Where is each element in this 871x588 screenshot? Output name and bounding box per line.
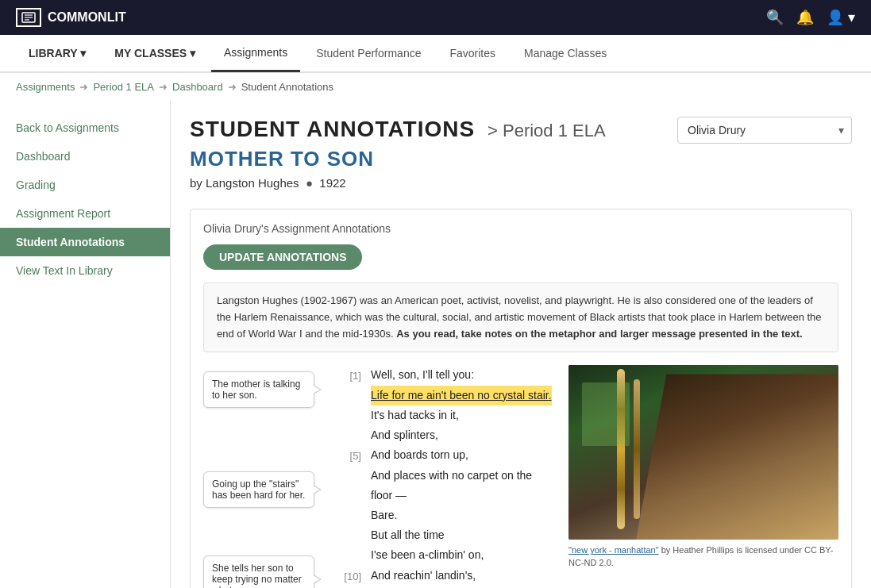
line-number xyxy=(339,525,361,545)
bubble-1-text: The mother is talking to her son. xyxy=(212,379,300,401)
line-text: Bare. xyxy=(371,505,397,525)
logo: COMMONLIT xyxy=(16,8,126,27)
poem-image-caption: "new york - manhattan" by Heather Philli… xyxy=(568,544,838,569)
line-text: And reachin' landin's, xyxy=(371,566,476,586)
breadcrumb-period[interactable]: Period 1 ELA xyxy=(93,81,154,93)
window-glow xyxy=(582,382,630,446)
line-number xyxy=(339,505,361,525)
line-text: Life for me ain't been no crystal stair. xyxy=(371,386,552,405)
bubble-2-text: Going up the "stairs" has been hard for … xyxy=(212,478,305,501)
annotation-section-header: Olivia Drury's Assignment Annotations xyxy=(203,222,838,235)
nav-my-classes[interactable]: MY CLASSES ▾ xyxy=(102,36,208,71)
search-icon[interactable]: 🔍 xyxy=(766,9,784,26)
line-number: [5] xyxy=(339,445,361,465)
line-number xyxy=(339,425,361,445)
breadcrumb: Assignments ➜ Period 1 ELA ➜ Dashboard ➜… xyxy=(0,73,871,101)
line-text: And places with no carpet on the floor — xyxy=(371,466,553,505)
bubble-2-arrow-inner xyxy=(313,486,320,494)
breadcrumb-dashboard[interactable]: Dashboard xyxy=(172,81,223,93)
poem-image xyxy=(568,365,838,540)
period-label: > Period 1 ELA xyxy=(488,121,606,140)
annotation-bubble-1: The mother is talking to her son. xyxy=(203,371,326,408)
poem-line: But all the time xyxy=(339,525,553,545)
sidebar-item-grading[interactable]: Grading xyxy=(0,171,170,199)
line-text: I'se been a-climbin' on, xyxy=(371,545,484,565)
poem-line: I'se been a-climbin' on, xyxy=(339,545,553,565)
breadcrumb-arrow-2: ➜ xyxy=(159,81,168,93)
sidebar: Back to Assignments Dashboard Grading As… xyxy=(0,101,171,588)
poem-line: And splinters, xyxy=(339,425,553,445)
sidebar-item-assignment-report[interactable]: Assignment Report xyxy=(0,199,170,228)
line-number xyxy=(339,466,361,505)
line-number xyxy=(339,545,361,565)
user-icon[interactable]: 👤 ▾ xyxy=(827,9,855,26)
staircase xyxy=(636,374,838,540)
image-caption-link[interactable]: "new york - manhattan" xyxy=(568,545,659,555)
nav-student-performance[interactable]: Student Performance xyxy=(303,36,434,71)
annotation-bubble-3: She tells her son to keep trying no matt… xyxy=(203,555,326,588)
line-number: [1] xyxy=(339,365,361,385)
poem-line: And places with no carpet on the floor — xyxy=(339,466,553,505)
page-title: STUDENT ANNOTATIONS xyxy=(190,117,475,141)
bubble-3-text: She tells her son to keep trying no matt… xyxy=(212,563,302,588)
railing-post-2 xyxy=(634,379,640,519)
poem-content: [1]Well, son, I'll tell you:Life for me … xyxy=(339,365,838,588)
line-text: And boards torn up, xyxy=(371,445,468,465)
annotation-bubbles-column: The mother is talking to her son. Going … xyxy=(203,365,326,588)
nav-manage-classes[interactable]: Manage Classes xyxy=(511,36,619,71)
line-number xyxy=(339,386,361,405)
context-bold: As you read, take notes on the metaphor … xyxy=(396,328,802,340)
author-name: by Langston Hughes xyxy=(190,176,299,190)
author-line: by Langston Hughes ● 1922 xyxy=(190,176,606,190)
nav-favorites[interactable]: Favorites xyxy=(437,36,508,71)
poem-title: MOTHER TO SON xyxy=(190,147,606,171)
breadcrumb-arrow-1: ➜ xyxy=(79,81,88,93)
logo-text: COMMONLIT xyxy=(48,10,126,25)
top-navigation: COMMONLIT 🔍 🔔 👤 ▾ xyxy=(0,0,871,35)
breadcrumb-current: Student Annotations xyxy=(241,81,333,93)
breadcrumb-assignments[interactable]: Assignments xyxy=(16,81,75,93)
sidebar-item-back[interactable]: Back to Assignments xyxy=(0,113,170,142)
line-text: It's had tacks in it, xyxy=(371,405,459,425)
update-annotations-button[interactable]: UPDATE ANNOTATIONS xyxy=(203,244,362,270)
line-text: Well, son, I'll tell you: xyxy=(371,365,474,385)
year: 1922 xyxy=(319,176,345,190)
poem-line: [5]And boards torn up, xyxy=(339,445,553,465)
second-navigation: LIBRARY ▾ MY CLASSES ▾ Assignments Stude… xyxy=(0,35,871,73)
top-nav-icons: 🔍 🔔 👤 ▾ xyxy=(766,9,855,26)
student-select[interactable]: Olivia Drury John Smith Jane Doe xyxy=(677,117,852,144)
bell-icon[interactable]: 🔔 xyxy=(796,9,814,26)
line-number: [10] xyxy=(339,566,361,586)
poem-line: Bare. xyxy=(339,505,553,525)
bubble-3-arrow-inner xyxy=(313,575,320,583)
main-content: STUDENT ANNOTATIONS > Period 1 ELA MOTHE… xyxy=(171,101,871,588)
annotation-bubble-2: Going up the "stairs" has been hard for … xyxy=(203,471,326,508)
poem-line: Life for me ain't been no crystal stair. xyxy=(339,386,553,405)
poem-line: It's had tacks in it, xyxy=(339,405,553,425)
annotation-section: Olivia Drury's Assignment Annotations UP… xyxy=(190,209,852,588)
poem-line: [1]Well, son, I'll tell you: xyxy=(339,365,553,385)
main-layout: Back to Assignments Dashboard Grading As… xyxy=(0,101,871,588)
sidebar-item-student-annotations[interactable]: Student Annotations xyxy=(0,228,170,256)
context-box: Langston Hughes (1902-1967) was an Ameri… xyxy=(203,282,838,352)
poem-image-section: "new york - manhattan" by Heather Philli… xyxy=(568,365,838,588)
nav-library[interactable]: LIBRARY ▾ xyxy=(16,36,98,71)
logo-icon xyxy=(16,8,41,27)
bubble-1-arrow-inner xyxy=(313,386,320,394)
breadcrumb-arrow-3: ➜ xyxy=(228,81,237,93)
poem-line: [10]And reachin' landin's, xyxy=(339,566,553,586)
line-number xyxy=(339,405,361,425)
line-text: And splinters, xyxy=(371,425,438,445)
line-text: But all the time xyxy=(371,525,445,545)
nav-assignments[interactable]: Assignments xyxy=(211,35,300,72)
poem-lines: [1]Well, son, I'll tell you:Life for me … xyxy=(339,365,553,588)
student-select-wrapper: Olivia Drury John Smith Jane Doe ▾ xyxy=(677,117,852,144)
sidebar-item-dashboard[interactable]: Dashboard xyxy=(0,142,170,171)
sidebar-item-view-text[interactable]: View Text In Library xyxy=(0,256,170,285)
